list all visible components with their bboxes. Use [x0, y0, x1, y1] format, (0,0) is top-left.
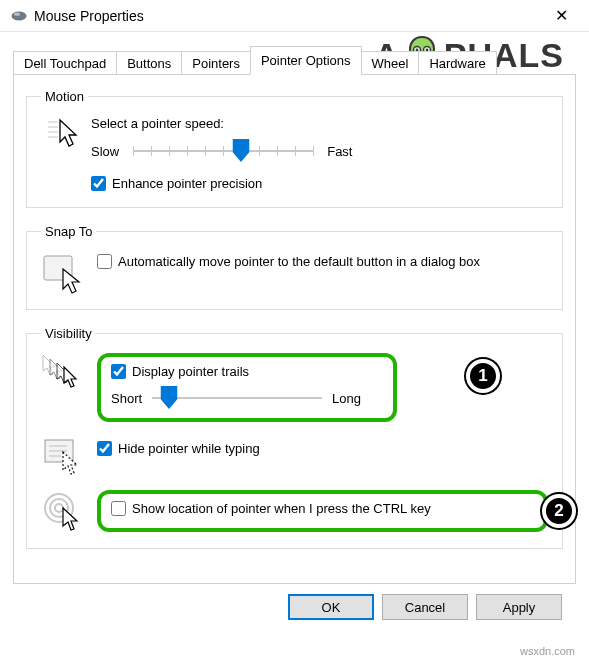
- tab-wheel[interactable]: Wheel: [361, 51, 420, 75]
- pointer-trails-icon: [41, 353, 85, 391]
- svg-point-1: [14, 12, 20, 15]
- group-snap-to: Snap To Automatically move pointer to th…: [26, 224, 563, 310]
- tab-dell-touchpad[interactable]: Dell Touchpad: [13, 51, 117, 75]
- highlight-ctrl-locate: Show location of pointer when I press th…: [97, 490, 548, 532]
- dialog-content: A PUALS Dell Touchpad Buttons Pointers P…: [0, 32, 589, 643]
- group-motion: Motion Select a pointer speed: Slow: [26, 89, 563, 208]
- svg-point-0: [12, 11, 27, 20]
- window-title: Mouse Properties: [34, 8, 541, 24]
- snap-to-checkbox[interactable]: [97, 254, 112, 269]
- snap-to-icon: [41, 251, 85, 295]
- mouse-icon: [10, 10, 28, 22]
- enhance-precision-checkbox[interactable]: [91, 176, 106, 191]
- trails-long-label: Long: [332, 391, 361, 406]
- group-visibility: Visibility Display pointer trails: [26, 326, 563, 550]
- titlebar: Mouse Properties ✕: [0, 0, 589, 32]
- motion-icon: [41, 116, 91, 152]
- enhance-precision-label[interactable]: Enhance pointer precision: [112, 175, 262, 193]
- pointer-trails-checkbox[interactable]: [111, 364, 126, 379]
- tab-strip: Dell Touchpad Buttons Pointers Pointer O…: [13, 47, 576, 75]
- ctrl-locate-checkbox[interactable]: [111, 501, 126, 516]
- ok-button[interactable]: OK: [288, 594, 374, 620]
- svg-point-19: [55, 504, 63, 512]
- tab-pane-pointer-options: Motion Select a pointer speed: Slow: [13, 74, 576, 584]
- motion-fast-label: Fast: [327, 144, 352, 159]
- hide-pointer-checkbox[interactable]: [97, 441, 112, 456]
- tab-buttons[interactable]: Buttons: [116, 51, 182, 75]
- highlight-pointer-trails: Display pointer trails Short Long: [97, 353, 397, 423]
- pointer-speed-slider[interactable]: [133, 141, 313, 161]
- group-motion-legend: Motion: [41, 89, 88, 104]
- pointer-trails-slider[interactable]: [152, 388, 322, 408]
- group-visibility-legend: Visibility: [41, 326, 96, 341]
- hide-pointer-label[interactable]: Hide pointer while typing: [118, 440, 260, 458]
- group-snap-to-legend: Snap To: [41, 224, 96, 239]
- snap-to-label[interactable]: Automatically move pointer to the defaul…: [118, 253, 480, 271]
- pointer-trails-label[interactable]: Display pointer trails: [132, 363, 249, 381]
- close-button[interactable]: ✕: [541, 6, 581, 25]
- cancel-button[interactable]: Cancel: [382, 594, 468, 620]
- callout-badge-2: 2: [542, 494, 576, 528]
- footer-watermark: wsxdn.com: [0, 643, 589, 663]
- callout-badge-1: 1: [466, 359, 500, 393]
- ctrl-locate-label[interactable]: Show location of pointer when I press th…: [132, 500, 431, 518]
- hide-pointer-icon: [41, 436, 85, 476]
- tab-pointer-options[interactable]: Pointer Options: [250, 46, 362, 75]
- tab-pointers[interactable]: Pointers: [181, 51, 251, 75]
- trails-short-label: Short: [111, 391, 142, 406]
- tab-hardware[interactable]: Hardware: [418, 51, 496, 75]
- apply-button[interactable]: Apply: [476, 594, 562, 620]
- motion-select-speed-label: Select a pointer speed:: [91, 116, 548, 131]
- ctrl-locate-icon: [41, 490, 85, 532]
- motion-slow-label: Slow: [91, 144, 119, 159]
- dialog-button-row: OK Cancel Apply: [13, 584, 576, 632]
